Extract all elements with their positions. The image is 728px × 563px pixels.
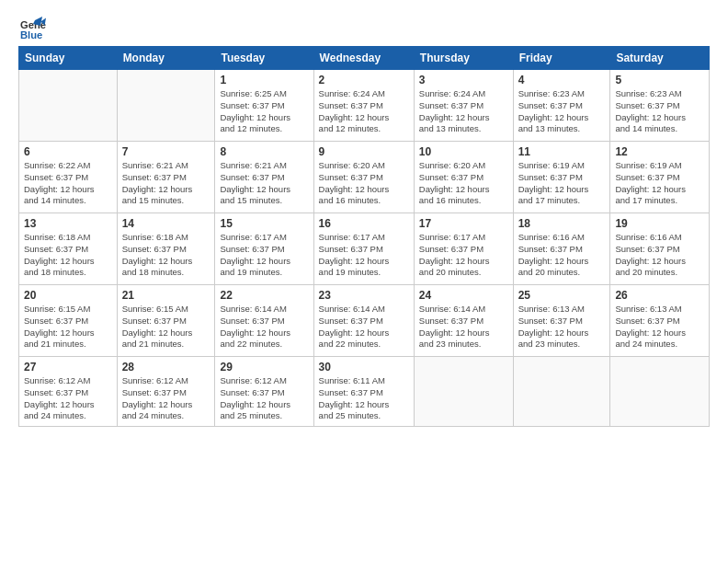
day-detail: Sunrise: 6:25 AM Sunset: 6:37 PM Dayligh… — [220, 88, 308, 135]
day-detail: Sunrise: 6:23 AM Sunset: 6:37 PM Dayligh… — [615, 88, 704, 135]
calendar-cell: 17Sunrise: 6:17 AM Sunset: 6:37 PM Dayli… — [414, 213, 513, 285]
day-detail: Sunrise: 6:17 AM Sunset: 6:37 PM Dayligh… — [419, 232, 508, 279]
calendar-cell: 24Sunrise: 6:14 AM Sunset: 6:37 PM Dayli… — [414, 285, 513, 357]
calendar-cell: 30Sunrise: 6:11 AM Sunset: 6:37 PM Dayli… — [313, 357, 414, 427]
day-number: 29 — [220, 361, 308, 373]
day-detail: Sunrise: 6:12 AM Sunset: 6:37 PM Dayligh… — [220, 375, 308, 422]
calendar-cell: 22Sunrise: 6:14 AM Sunset: 6:37 PM Dayli… — [215, 285, 313, 357]
calendar-cell: 12Sunrise: 6:19 AM Sunset: 6:37 PM Dayli… — [610, 142, 710, 213]
calendar-cell: 27Sunrise: 6:12 AM Sunset: 6:37 PM Dayli… — [19, 357, 118, 427]
weekday-header-friday: Friday — [513, 47, 610, 70]
day-number: 8 — [220, 145, 308, 158]
calendar-cell: 3Sunrise: 6:24 AM Sunset: 6:37 PM Daylig… — [414, 70, 513, 142]
day-number: 27 — [24, 361, 112, 373]
day-number: 19 — [615, 217, 704, 230]
calendar-cell: 9Sunrise: 6:20 AM Sunset: 6:37 PM Daylig… — [313, 142, 414, 213]
calendar-cell: 4Sunrise: 6:23 AM Sunset: 6:37 PM Daylig… — [513, 70, 610, 142]
calendar-cell: 26Sunrise: 6:13 AM Sunset: 6:37 PM Dayli… — [610, 285, 710, 357]
calendar-cell: 15Sunrise: 6:17 AM Sunset: 6:37 PM Dayli… — [215, 213, 313, 285]
calendar-cell: 21Sunrise: 6:15 AM Sunset: 6:37 PM Dayli… — [117, 285, 215, 357]
calendar-cell: 18Sunrise: 6:16 AM Sunset: 6:37 PM Dayli… — [513, 213, 610, 285]
day-number: 3 — [419, 74, 508, 86]
day-number: 1 — [220, 74, 308, 86]
calendar-cell — [117, 70, 215, 142]
day-number: 4 — [518, 74, 606, 86]
day-detail: Sunrise: 6:13 AM Sunset: 6:37 PM Dayligh… — [615, 304, 704, 350]
calendar-week-row: 1Sunrise: 6:25 AM Sunset: 6:37 PM Daylig… — [19, 70, 710, 142]
day-number: 21 — [122, 289, 210, 302]
calendar-cell: 11Sunrise: 6:19 AM Sunset: 6:37 PM Dayli… — [513, 142, 610, 213]
calendar-cell: 5Sunrise: 6:23 AM Sunset: 6:37 PM Daylig… — [610, 70, 710, 142]
calendar-cell: 28Sunrise: 6:12 AM Sunset: 6:37 PM Dayli… — [117, 357, 215, 427]
day-detail: Sunrise: 6:18 AM Sunset: 6:37 PM Dayligh… — [24, 232, 112, 279]
calendar-week-row: 27Sunrise: 6:12 AM Sunset: 6:37 PM Dayli… — [19, 357, 710, 427]
calendar-week-row: 6Sunrise: 6:22 AM Sunset: 6:37 PM Daylig… — [19, 142, 710, 213]
day-detail: Sunrise: 6:14 AM Sunset: 6:37 PM Dayligh… — [319, 304, 409, 350]
day-detail: Sunrise: 6:16 AM Sunset: 6:37 PM Dayligh… — [518, 232, 606, 279]
weekday-header-sunday: Sunday — [19, 47, 118, 70]
day-number: 13 — [24, 217, 112, 230]
calendar-cell: 10Sunrise: 6:20 AM Sunset: 6:37 PM Dayli… — [414, 142, 513, 213]
calendar-cell — [610, 357, 710, 427]
calendar-cell: 23Sunrise: 6:14 AM Sunset: 6:37 PM Dayli… — [313, 285, 414, 357]
day-detail: Sunrise: 6:16 AM Sunset: 6:37 PM Dayligh… — [615, 232, 704, 279]
weekday-header-saturday: Saturday — [610, 47, 710, 70]
day-number: 28 — [122, 361, 210, 373]
day-detail: Sunrise: 6:23 AM Sunset: 6:37 PM Dayligh… — [518, 88, 606, 135]
svg-marker-3 — [33, 17, 42, 26]
day-number: 6 — [24, 145, 112, 158]
day-detail: Sunrise: 6:20 AM Sunset: 6:37 PM Dayligh… — [419, 160, 508, 207]
weekday-header-tuesday: Tuesday — [215, 47, 313, 70]
day-number: 30 — [319, 361, 409, 373]
day-detail: Sunrise: 6:13 AM Sunset: 6:37 PM Dayligh… — [518, 304, 606, 350]
calendar-cell: 13Sunrise: 6:18 AM Sunset: 6:37 PM Dayli… — [19, 213, 118, 285]
day-detail: Sunrise: 6:17 AM Sunset: 6:37 PM Dayligh… — [319, 232, 409, 279]
calendar-cell: 14Sunrise: 6:18 AM Sunset: 6:37 PM Dayli… — [117, 213, 215, 285]
day-number: 5 — [615, 74, 704, 86]
day-detail: Sunrise: 6:21 AM Sunset: 6:37 PM Dayligh… — [220, 160, 308, 207]
day-number: 16 — [319, 217, 409, 230]
day-number: 24 — [419, 289, 508, 302]
calendar-cell: 25Sunrise: 6:13 AM Sunset: 6:37 PM Dayli… — [513, 285, 610, 357]
day-number: 20 — [24, 289, 112, 302]
day-number: 9 — [319, 145, 409, 158]
calendar-cell: 19Sunrise: 6:16 AM Sunset: 6:37 PM Dayli… — [610, 213, 710, 285]
day-detail: Sunrise: 6:14 AM Sunset: 6:37 PM Dayligh… — [220, 304, 308, 350]
calendar-week-row: 13Sunrise: 6:18 AM Sunset: 6:37 PM Dayli… — [19, 213, 710, 285]
logo: General Blue — [18, 17, 46, 37]
calendar-table: SundayMondayTuesdayWednesdayThursdayFrid… — [18, 46, 710, 427]
calendar-cell — [414, 357, 513, 427]
weekday-header-wednesday: Wednesday — [313, 47, 414, 70]
day-number: 10 — [419, 145, 508, 158]
calendar-cell: 29Sunrise: 6:12 AM Sunset: 6:37 PM Dayli… — [215, 357, 313, 427]
day-number: 23 — [319, 289, 409, 302]
day-detail: Sunrise: 6:24 AM Sunset: 6:37 PM Dayligh… — [319, 88, 409, 135]
calendar-cell — [19, 70, 118, 142]
calendar-cell: 7Sunrise: 6:21 AM Sunset: 6:37 PM Daylig… — [117, 142, 215, 213]
logo-bird-icon — [22, 17, 42, 37]
day-detail: Sunrise: 6:19 AM Sunset: 6:37 PM Dayligh… — [518, 160, 606, 207]
page: General Blue — [0, 0, 728, 563]
day-number: 14 — [122, 217, 210, 230]
day-number: 25 — [518, 289, 606, 302]
calendar-cell: 20Sunrise: 6:15 AM Sunset: 6:37 PM Dayli… — [19, 285, 118, 357]
calendar-cell: 8Sunrise: 6:21 AM Sunset: 6:37 PM Daylig… — [215, 142, 313, 213]
calendar-cell: 6Sunrise: 6:22 AM Sunset: 6:37 PM Daylig… — [19, 142, 118, 213]
day-detail: Sunrise: 6:12 AM Sunset: 6:37 PM Dayligh… — [24, 375, 112, 422]
calendar-cell: 16Sunrise: 6:17 AM Sunset: 6:37 PM Dayli… — [313, 213, 414, 285]
day-detail: Sunrise: 6:14 AM Sunset: 6:37 PM Dayligh… — [419, 304, 508, 350]
day-detail: Sunrise: 6:19 AM Sunset: 6:37 PM Dayligh… — [615, 160, 704, 207]
day-number: 11 — [518, 145, 606, 158]
day-number: 18 — [518, 217, 606, 230]
calendar-cell — [513, 357, 610, 427]
day-number: 22 — [220, 289, 308, 302]
header: General Blue — [18, 17, 710, 37]
calendar-cell: 1Sunrise: 6:25 AM Sunset: 6:37 PM Daylig… — [215, 70, 313, 142]
calendar-cell: 2Sunrise: 6:24 AM Sunset: 6:37 PM Daylig… — [313, 70, 414, 142]
weekday-header-thursday: Thursday — [414, 47, 513, 70]
day-detail: Sunrise: 6:24 AM Sunset: 6:37 PM Dayligh… — [419, 88, 508, 135]
day-detail: Sunrise: 6:17 AM Sunset: 6:37 PM Dayligh… — [220, 232, 308, 279]
day-detail: Sunrise: 6:11 AM Sunset: 6:37 PM Dayligh… — [319, 375, 409, 422]
day-number: 2 — [319, 74, 409, 86]
day-detail: Sunrise: 6:22 AM Sunset: 6:37 PM Dayligh… — [24, 160, 112, 207]
